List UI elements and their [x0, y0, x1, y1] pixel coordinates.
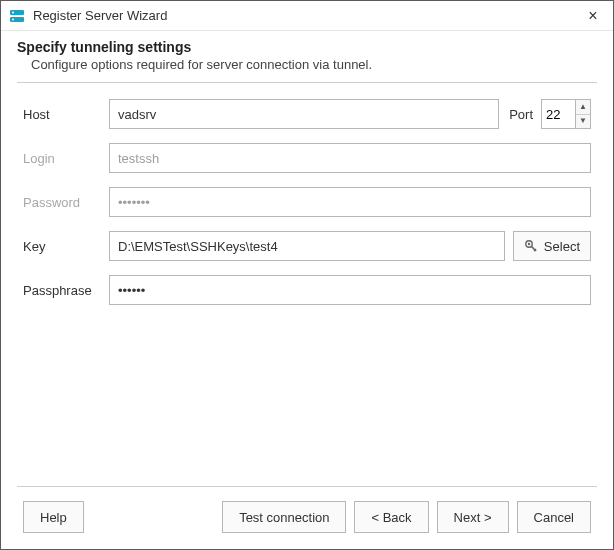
host-label: Host — [23, 107, 109, 122]
port-up-button[interactable]: ▲ — [576, 100, 590, 115]
next-button[interactable]: Next > — [437, 501, 509, 533]
row-password: Password — [23, 187, 591, 217]
passphrase-input[interactable] — [109, 275, 591, 305]
test-connection-button[interactable]: Test connection — [222, 501, 346, 533]
passphrase-label: Passphrase — [23, 283, 109, 298]
port-label: Port — [509, 107, 533, 122]
login-input[interactable] — [109, 143, 591, 173]
port-stepper: ▲ ▼ — [541, 99, 591, 129]
port-spinner: ▲ ▼ — [575, 99, 591, 129]
page-title: Specify tunneling settings — [17, 39, 597, 55]
svg-point-5 — [528, 243, 530, 245]
svg-point-2 — [12, 11, 14, 13]
login-label: Login — [23, 151, 109, 166]
row-login: Login — [23, 143, 591, 173]
close-icon[interactable]: × — [581, 8, 605, 24]
svg-point-3 — [12, 18, 14, 20]
cancel-button[interactable]: Cancel — [517, 501, 591, 533]
key-input[interactable] — [109, 231, 505, 261]
wizard-window: Register Server Wizard × Specify tunneli… — [0, 0, 614, 550]
form-area: Host Port ▲ ▼ Login Password Key — [1, 83, 613, 486]
titlebar: Register Server Wizard × — [1, 1, 613, 31]
password-label: Password — [23, 195, 109, 210]
page-subtitle: Configure options required for server co… — [17, 57, 597, 72]
row-passphrase: Passphrase — [23, 275, 591, 305]
footer: Help Test connection < Back Next > Cance… — [17, 486, 597, 549]
port-down-button[interactable]: ▼ — [576, 115, 590, 129]
row-key: Key Select — [23, 231, 591, 261]
host-input[interactable] — [109, 99, 499, 129]
back-button[interactable]: < Back — [354, 501, 428, 533]
password-input[interactable] — [109, 187, 591, 217]
select-key-button[interactable]: Select — [513, 231, 591, 261]
port-input[interactable] — [541, 99, 575, 129]
key-label: Key — [23, 239, 109, 254]
help-button[interactable]: Help — [23, 501, 84, 533]
wizard-header: Specify tunneling settings Configure opt… — [1, 31, 613, 82]
key-icon — [524, 239, 538, 253]
window-title: Register Server Wizard — [33, 8, 167, 23]
select-key-label: Select — [544, 239, 580, 254]
app-icon — [9, 8, 25, 24]
row-host: Host Port ▲ ▼ — [23, 99, 591, 129]
